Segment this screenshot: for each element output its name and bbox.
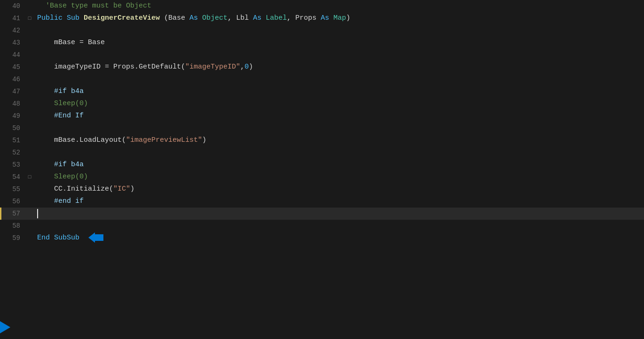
collapse-icon-41[interactable]: □ [26, 12, 33, 24]
code-token-55-2: "IC" [113, 183, 130, 195]
line-number-52: 52 [0, 146, 26, 159]
line-number-53: 53 [0, 159, 26, 171]
line-number-45: 45 [0, 61, 26, 73]
code-token-45-6: 0 [244, 61, 249, 73]
collapse-icon-50 [26, 122, 33, 134]
code-line-58: 58 [0, 220, 644, 232]
code-line-40: 40 'Base type must be Object [0, 0, 644, 12]
code-token-40-0: 'Base type must be Object [37, 0, 151, 12]
line-number-48: 48 [0, 98, 26, 110]
line-number-40: 40 [0, 0, 26, 12]
line-number-47: 47 [0, 85, 26, 98]
code-line-49: 49 #End If [0, 110, 644, 122]
code-token-41-15: ) [346, 12, 350, 24]
collapse-icon-51 [26, 134, 33, 146]
collapse-icon-49 [26, 110, 33, 122]
line-content-55: CC.Initialize("IC") [33, 183, 644, 195]
line-number-57: 57 [0, 208, 26, 220]
code-line-41: 41□Public Sub DesignerCreateView (Base A… [0, 12, 644, 24]
collapse-icon-59 [26, 232, 33, 244]
code-token-59-1: Sub [54, 232, 67, 244]
code-token-41-9: As [249, 12, 266, 24]
code-line-45: 45 imageTypeID = Props.GetDefault("image… [0, 61, 644, 73]
code-line-48: 48 Sleep(0) [0, 98, 644, 110]
code-token-51-3: ) [202, 134, 206, 146]
line-content-42 [33, 24, 644, 37]
collapse-icon-57 [26, 208, 33, 220]
code-token-43-1: = [75, 37, 88, 49]
code-token-59-2: Sub [67, 232, 84, 244]
code-token-59-0: End [37, 232, 54, 244]
code-token-41-7: , [228, 12, 236, 24]
code-token-45-4: "imageTypeID" [185, 61, 240, 73]
code-line-59: 59End SubSub [0, 232, 644, 244]
code-token-41-11: , [287, 12, 295, 24]
line-number-50: 50 [0, 122, 26, 134]
line-content-45: imageTypeID = Props.GetDefault("imageTyp… [33, 61, 644, 73]
line-number-49: 49 [0, 110, 26, 122]
code-line-47: 47 #if b4a [0, 85, 644, 98]
collapse-icon-43 [26, 37, 33, 49]
code-line-53: 53 #if b4a [0, 159, 644, 171]
code-token-49-0: #End [37, 110, 75, 122]
code-token-41-14: Map [333, 12, 346, 24]
code-line-46: 46 [0, 73, 644, 85]
collapse-icon-54[interactable]: □ [26, 171, 33, 183]
line-content-54: Sleep(0) [33, 171, 644, 183]
line-content-43: mBase = Base [33, 37, 644, 49]
collapse-icon-45 [26, 61, 33, 73]
code-editor: 40 'Base type must be Object41□Public Su… [0, 0, 644, 339]
code-token-45-7: ) [249, 61, 253, 73]
code-line-55: 55 CC.Initialize("IC") [0, 183, 644, 195]
collapse-icon-40 [26, 0, 33, 12]
code-line-50: 50 [0, 122, 644, 134]
code-line-42: 42 [0, 24, 644, 37]
code-line-43: 43 mBase = Base [0, 37, 644, 49]
line-number-43: 43 [0, 37, 26, 49]
code-token-41-4: Base [168, 12, 185, 24]
code-token-56-0: #end if [37, 195, 84, 208]
code-token-43-2: Base [88, 37, 105, 49]
collapse-icon-55 [26, 183, 33, 195]
code-line-57: 57 [0, 208, 644, 220]
line-number-58: 58 [0, 220, 26, 232]
code-token-55-1: .Initialize( [63, 183, 113, 195]
code-token-45-1: = [101, 61, 113, 73]
code-token-55-0: CC [37, 183, 63, 195]
line-number-46: 46 [0, 73, 26, 85]
code-token-45-0: imageTypeID [37, 61, 101, 73]
line-number-55: 55 [0, 183, 26, 195]
code-token-55-3: ) [130, 183, 134, 195]
code-lines: 40 'Base type must be Object41□Public Su… [0, 0, 644, 244]
code-line-52: 52 [0, 146, 644, 159]
code-token-45-5: , [240, 61, 244, 73]
line-content-52 [33, 146, 644, 159]
line-content-51: mBase.LoadLayout("imagePreviewList") [33, 134, 644, 146]
code-token-41-2: DesignerCreateView [84, 12, 160, 24]
line-content-56: #end if [33, 195, 644, 208]
line-number-59: 59 [0, 232, 26, 244]
code-token-41-1: Sub [67, 12, 84, 24]
collapse-icon-56 [26, 195, 33, 208]
code-token-51-2: "imagePreviewList" [126, 134, 202, 146]
collapse-icon-42 [26, 24, 33, 37]
line-content-57 [33, 208, 644, 220]
code-token-41-6: Object [202, 12, 228, 24]
line-content-50 [33, 122, 644, 134]
code-token-49-1: If [75, 110, 84, 122]
code-line-51: 51 mBase.LoadLayout("imagePreviewList") [0, 134, 644, 146]
line-content-41: Public Sub DesignerCreateView (Base As O… [33, 12, 644, 24]
code-token-43-0: mBase [37, 37, 75, 49]
code-token-41-3: ( [160, 12, 168, 24]
code-token-45-2: Props [113, 61, 134, 73]
code-token-45-3: .GetDefault( [134, 61, 185, 73]
collapse-icon-52 [26, 146, 33, 159]
code-token-41-8: Lbl [236, 12, 249, 24]
code-line-44: 44 [0, 49, 644, 61]
code-token-41-13: As [316, 12, 333, 24]
line-content-44 [33, 49, 644, 61]
inline-left-arrow [88, 232, 103, 244]
collapse-icon-48 [26, 98, 33, 110]
line-number-44: 44 [0, 49, 26, 61]
collapse-icon-58 [26, 220, 33, 232]
